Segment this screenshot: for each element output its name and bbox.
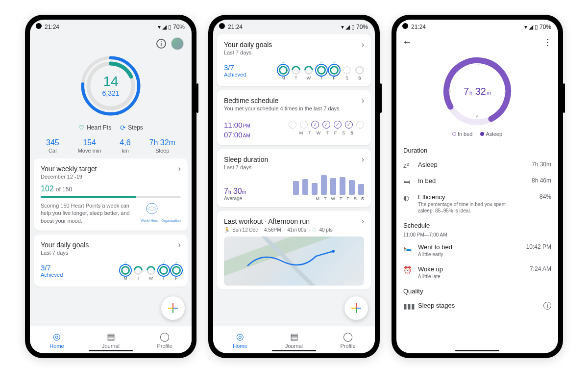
heart-points-value: 14 (103, 75, 118, 88)
section-duration: Duration (396, 143, 558, 157)
phone-2: 21:24 ▾◢▯70% Your daily goals› Last 7 da… (208, 15, 380, 358)
bottom-nav: ◎Home ▤Journal ◯Profile (213, 326, 375, 353)
chevron-right-icon: › (362, 217, 364, 226)
battery-pct: 70% (173, 24, 185, 30)
nav-home[interactable]: ◎Home (30, 326, 84, 353)
progress-bar (41, 196, 181, 198)
card-sleep-duration[interactable]: Sleep duration› Last 7 days 7h 30m Avera… (217, 149, 371, 207)
alarm-icon: ⏰ (403, 266, 412, 274)
bottom-nav: ◎Home ▤Journal ◯Profile (30, 326, 192, 353)
nav-journal[interactable]: ▤Journal (84, 326, 138, 353)
card-last-workout[interactable]: Last workout · Afternoon run› 🏃 Sun 12 D… (217, 211, 371, 289)
status-bar: 21:24 ▾ ◢ ▯ 70% (30, 20, 192, 32)
sleep-bars (293, 175, 364, 195)
nav-journal[interactable]: ▤Journal (267, 326, 321, 353)
chevron-right-icon: › (178, 164, 181, 173)
phone-3: 21:24 ▾◢▯70% ← ⋯ 12 3 6 9 7h 32m (392, 15, 563, 358)
sleep-legend: In bed Asleep (396, 131, 558, 143)
chevron-right-icon: › (178, 240, 181, 249)
row-efficiency[interactable]: ◐EfficiencyThe percentage of time in bed… (396, 189, 558, 218)
home-bar[interactable] (89, 350, 133, 351)
status-bar: 21:24 ▾◢▯70% (396, 20, 558, 32)
sleep-topbar: ← ⋯ (396, 32, 558, 50)
metric-cal[interactable]: 345Cal (46, 138, 59, 154)
battery-icon: ▯ (168, 24, 172, 30)
status-time: 21:24 (228, 24, 243, 30)
nav-home[interactable]: ◎Home (213, 326, 267, 353)
steps-icon: ⟳ (120, 124, 126, 131)
sleep-icon: z² (403, 161, 412, 169)
status-time: 21:24 (411, 24, 426, 30)
avatar[interactable] (171, 37, 184, 50)
signal-icon: ◢ (162, 24, 167, 30)
wifi-icon: ▾ (158, 24, 161, 30)
info-icon[interactable]: i (543, 302, 551, 310)
phone-1: 21:24 ▾ ◢ ▯ 70% i (25, 15, 196, 358)
run-map (224, 237, 364, 286)
efficiency-icon: ◐ (403, 194, 412, 202)
row-woke-up[interactable]: ⏰Woke upA little late 7:24 AM (396, 262, 558, 284)
row-inbed[interactable]: 🛏In bed 8h 46m (396, 173, 558, 189)
row-sleep-stages[interactable]: ▮▮▮Sleep stages i (396, 298, 558, 314)
activity-ring[interactable]: 14 6,321 (34, 52, 188, 121)
metric-km[interactable]: 4,6km (120, 138, 130, 154)
camera-hole (36, 23, 42, 29)
screen: 21:24 ▾ ◢ ▯ 70% i (30, 20, 192, 353)
heart-icon: ♡ (78, 124, 85, 131)
card-daily-goals[interactable]: Your daily goals› Last 7 days 3/7 Achiev… (34, 235, 188, 287)
camera-hole (219, 23, 225, 29)
info-icon[interactable]: i (156, 39, 166, 49)
sleep-ring: 12 3 6 9 7h 32m (396, 50, 558, 131)
chevron-right-icon: › (362, 40, 364, 49)
fab-add[interactable] (344, 296, 368, 320)
status-time: 21:24 (45, 24, 59, 30)
home-bar[interactable] (272, 350, 316, 351)
nav-profile[interactable]: ◯Profile (138, 326, 192, 353)
row-went-to-bed[interactable]: 🛌Went to bedA little early 10:42 PM (396, 239, 558, 262)
plus-icon (351, 303, 361, 313)
section-quality: Quality (396, 284, 558, 298)
card-bedtime[interactable]: Bedtime schedule› You met your schedule … (217, 90, 371, 145)
activity-legend: ♡Heart Pts ⟳Steps (34, 121, 188, 136)
chevron-right-icon: › (362, 155, 364, 164)
status-bar: 21:24 ▾◢▯70% (213, 20, 375, 32)
card-weekly-target[interactable]: Your weekly target› December 12 -19 102o… (34, 158, 188, 231)
screen: 21:24 ▾◢▯70% ← ⋯ 12 3 6 9 7h 32m (396, 20, 558, 353)
who-logo: World Health Organization (141, 202, 181, 223)
daily-goal-days: ✓M T W ✓T ✓F (121, 261, 181, 281)
journal-icon: ▤ (107, 331, 115, 342)
svg-point-5 (332, 250, 335, 253)
status-icons: ▾ ◢ ▯ 70% (158, 24, 185, 30)
chevron-right-icon: › (362, 96, 364, 105)
content: i 14 6,321 ♡Heart (30, 32, 192, 326)
metric-sleep[interactable]: 7h 32mSleep (149, 138, 175, 154)
steps-value: 6,321 (102, 89, 119, 97)
svg-point-4 (147, 203, 157, 214)
more-icon[interactable]: ⋯ (543, 38, 554, 46)
run-icon: 🏃 (224, 227, 230, 233)
metrics-row: 345Cal 154Move min 4,6km 7h 32mSleep (34, 136, 188, 158)
home-bar[interactable] (455, 350, 499, 351)
screen: 21:24 ▾◢▯70% Your daily goals› Last 7 da… (213, 20, 375, 353)
section-schedule: Schedule (396, 218, 558, 232)
bars-icon: ▮▮▮ (403, 302, 412, 310)
profile-icon: ◯ (160, 331, 170, 342)
row-asleep[interactable]: z²Asleep 7h 30m (396, 157, 558, 173)
bed-icon: 🛏 (403, 178, 412, 185)
camera-hole (402, 23, 408, 29)
topbar: i (34, 34, 188, 52)
back-icon[interactable]: ← (402, 36, 412, 48)
content: Your daily goals› Last 7 days 3/7Achieve… (213, 32, 375, 326)
bed-in-icon: 🛌 (403, 244, 412, 252)
fab-add[interactable] (161, 296, 185, 320)
card-daily-goals[interactable]: Your daily goals› Last 7 days 3/7Achieve… (217, 34, 371, 86)
home-icon: ◎ (53, 331, 61, 342)
metric-movemin[interactable]: 154Move min (78, 138, 101, 154)
nav-profile[interactable]: ◯Profile (321, 326, 375, 353)
plus-icon (168, 303, 178, 313)
